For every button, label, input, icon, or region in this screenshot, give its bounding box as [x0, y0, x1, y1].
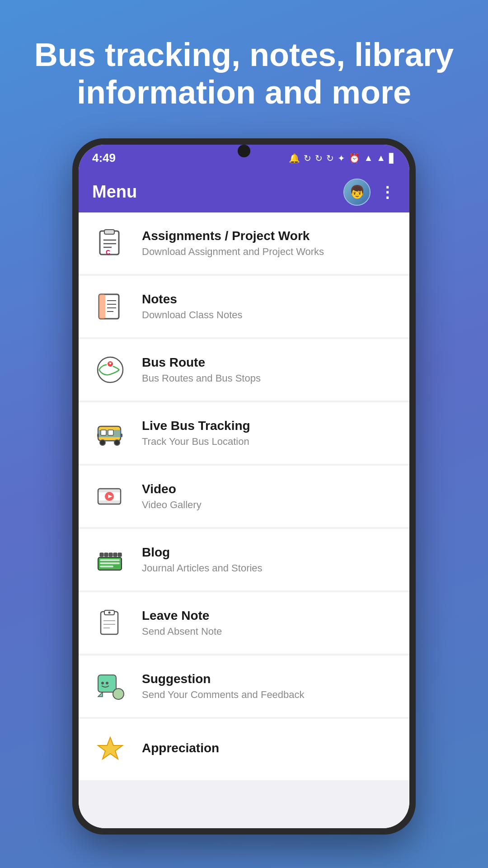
svg-rect-22 [121, 434, 122, 437]
svg-point-45 [101, 682, 104, 684]
status-icon-alarm: ⏰ [349, 153, 360, 164]
assignment-icon: C [92, 225, 128, 261]
menu-title-live-bus: Live Bus Tracking [142, 419, 396, 433]
avatar[interactable]: 👦 [343, 179, 371, 206]
camera-notch [238, 145, 250, 157]
svg-text:C: C [106, 249, 110, 256]
menu-text-live-bus: Live Bus Tracking Track Your Bus Locatio… [142, 419, 396, 448]
status-icon-sync2: ↻ [315, 153, 323, 164]
hero-title: Bus tracking, notes, library information… [27, 36, 461, 111]
status-icon-sync1: ↻ [304, 153, 311, 164]
menu-item-blog[interactable]: Blog Journal Articles and Stories [79, 529, 409, 590]
phone-screen: 4:49 🔔 ↻ ↻ ↻ ✦ ⏰ ▲ ▲ ▋ Menu 👦 [79, 145, 409, 828]
app-bar-title: Menu [92, 182, 137, 202]
menu-text-suggestion: Suggestion Send Your Comments and Feedba… [142, 672, 396, 701]
svg-rect-32 [100, 553, 103, 557]
menu-subtitle-suggestion: Send Your Comments and Feedback [142, 689, 396, 701]
video-icon [92, 478, 128, 514]
menu-item-bus-route[interactable]: Bus Route Bus Routes and Bus Stops [79, 339, 409, 401]
app-bar: Menu 👦 ⋮ [79, 172, 409, 212]
svg-rect-24 [98, 489, 121, 492]
menu-text-leave-note: Leave Note Send Absent Note [142, 609, 396, 637]
svg-rect-25 [98, 500, 121, 504]
phone-mockup: 4:49 🔔 ↻ ↻ ↻ ✦ ⏰ ▲ ▲ ▋ Menu 👦 [72, 138, 416, 835]
menu-subtitle-video: Video Gallery [142, 499, 396, 511]
svg-rect-35 [113, 553, 117, 557]
menu-item-leave-note[interactable]: Leave Note Send Absent Note [79, 592, 409, 654]
menu-item-live-bus[interactable]: Live Bus Tracking Track Your Bus Locatio… [79, 402, 409, 464]
svg-marker-47 [98, 737, 122, 759]
svg-rect-36 [118, 553, 122, 557]
menu-text-notes: Notes Download Class Notes [142, 292, 396, 321]
menu-text-assignments: Assignments / Project Work Download Assi… [142, 229, 396, 258]
svg-rect-29 [100, 559, 120, 561]
svg-rect-1 [104, 230, 114, 234]
blog-icon [92, 542, 128, 578]
svg-rect-17 [101, 430, 106, 435]
menu-text-video: Video Video Gallery [142, 482, 396, 511]
menu-item-appreciation[interactable]: Appreciation [79, 719, 409, 780]
status-icons: 🔔 ↻ ↻ ↻ ✦ ⏰ ▲ ▲ ▋ [289, 153, 396, 164]
menu-item-notes[interactable]: Notes Download Class Notes [79, 276, 409, 337]
menu-title-bus-route: Bus Route [142, 355, 396, 370]
status-icon-wifi: ▲ [364, 153, 373, 163]
menu-title-appreciation: Appreciation [142, 741, 396, 755]
menu-item-assignments[interactable]: C Assignments / Project Work Download As… [79, 212, 409, 274]
svg-point-39 [108, 611, 111, 613]
notes-icon [92, 288, 128, 325]
menu-text-appreciation: Appreciation [142, 741, 396, 758]
status-icon-signal1: ▲ [376, 153, 385, 163]
more-icon[interactable]: ⋮ [380, 183, 396, 201]
menu-subtitle-live-bus: Track Your Bus Location [142, 436, 396, 448]
svg-rect-30 [100, 562, 120, 564]
suggestion-icon [92, 668, 128, 704]
leave-note-icon [92, 605, 128, 641]
status-time: 4:49 [92, 151, 116, 165]
svg-rect-21 [97, 434, 99, 437]
svg-rect-18 [108, 430, 113, 435]
menu-title-blog: Blog [142, 545, 396, 560]
status-icon-battery: ▋ [389, 153, 396, 164]
menu-text-blog: Blog Journal Articles and Stories [142, 545, 396, 574]
svg-rect-7 [99, 294, 105, 319]
status-icon-sync3: ↻ [326, 153, 334, 164]
menu-title-suggestion: Suggestion [142, 672, 396, 686]
menu-title-video: Video [142, 482, 396, 496]
menu-subtitle-assignments: Download Assignment and Project Works [142, 246, 396, 258]
menu-subtitle-blog: Journal Articles and Stories [142, 562, 396, 574]
menu-title-leave-note: Leave Note [142, 609, 396, 623]
status-icon-slack: ✦ [338, 153, 345, 164]
menu-title-assignments: Assignments / Project Work [142, 229, 396, 243]
menu-subtitle-notes: Download Class Notes [142, 309, 396, 321]
svg-rect-31 [100, 566, 113, 567]
app-bar-right: 👦 ⋮ [343, 179, 396, 206]
menu-item-suggestion[interactable]: Suggestion Send Your Comments and Feedba… [79, 656, 409, 717]
hero-section: Bus tracking, notes, library information… [0, 36, 488, 111]
svg-point-20 [114, 440, 120, 445]
svg-point-19 [100, 440, 105, 445]
svg-point-44 [113, 689, 124, 699]
menu-list: C Assignments / Project Work Download As… [79, 212, 409, 828]
avatar-image: 👦 [344, 179, 370, 205]
svg-rect-34 [109, 553, 113, 557]
menu-text-bus-route: Bus Route Bus Routes and Bus Stops [142, 355, 396, 384]
menu-subtitle-leave-note: Send Absent Note [142, 626, 396, 637]
status-icon-notify: 🔔 [289, 153, 300, 164]
svg-rect-33 [104, 553, 108, 557]
menu-title-notes: Notes [142, 292, 396, 307]
menu-item-video[interactable]: Video Video Gallery [79, 466, 409, 527]
menu-subtitle-bus-route: Bus Routes and Bus Stops [142, 373, 396, 384]
bus-route-icon [92, 352, 128, 388]
appreciation-icon [92, 731, 128, 768]
svg-point-46 [106, 682, 108, 684]
live-bus-icon [92, 415, 128, 451]
